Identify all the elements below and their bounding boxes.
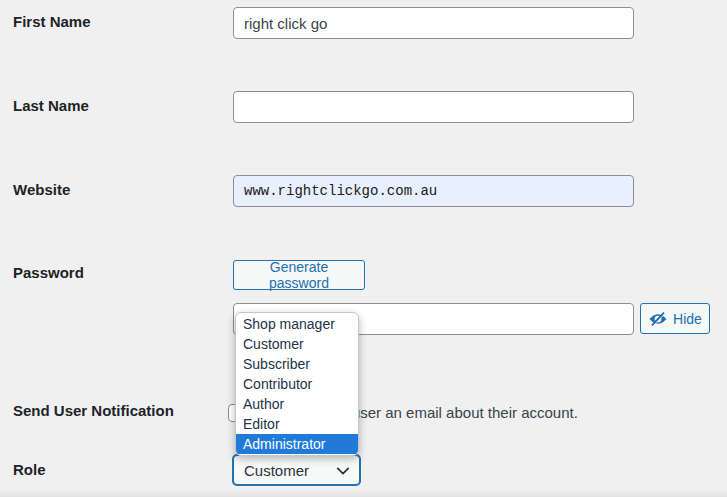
send-notification-label: Send User Notification xyxy=(13,402,174,420)
role-option-editor[interactable]: Editor xyxy=(236,414,358,434)
first-name-input[interactable] xyxy=(233,7,634,39)
last-name-label: Last Name xyxy=(13,97,89,115)
role-option-shop-manager[interactable]: Shop manager xyxy=(236,314,358,334)
website-label: Website xyxy=(13,181,70,199)
generate-password-button[interactable]: Generate password xyxy=(233,260,365,290)
hide-button-label: Hide xyxy=(673,311,702,327)
role-option-contributor[interactable]: Contributor xyxy=(236,374,358,394)
add-user-form: First Name Last Name Website Password Ge… xyxy=(0,0,727,497)
role-dropdown-list: Shop managerCustomerSubscriberContributo… xyxy=(235,312,359,456)
bottom-edge-shade xyxy=(0,489,727,497)
password-label: Password xyxy=(13,264,84,282)
role-option-administrator[interactable]: Administrator xyxy=(236,434,358,454)
role-select-value: Customer xyxy=(244,462,309,479)
chevron-down-icon xyxy=(336,462,350,479)
first-name-label: First Name xyxy=(13,13,91,31)
last-name-input[interactable] xyxy=(233,91,634,123)
hidden-eye-icon xyxy=(648,311,668,327)
hide-password-button[interactable]: Hide xyxy=(640,303,710,334)
role-option-subscriber[interactable]: Subscriber xyxy=(236,354,358,374)
role-option-author[interactable]: Author xyxy=(236,394,358,414)
role-label: Role xyxy=(13,461,46,479)
role-select[interactable]: Customer xyxy=(233,455,360,485)
role-option-customer[interactable]: Customer xyxy=(236,334,358,354)
website-input[interactable] xyxy=(233,175,634,207)
